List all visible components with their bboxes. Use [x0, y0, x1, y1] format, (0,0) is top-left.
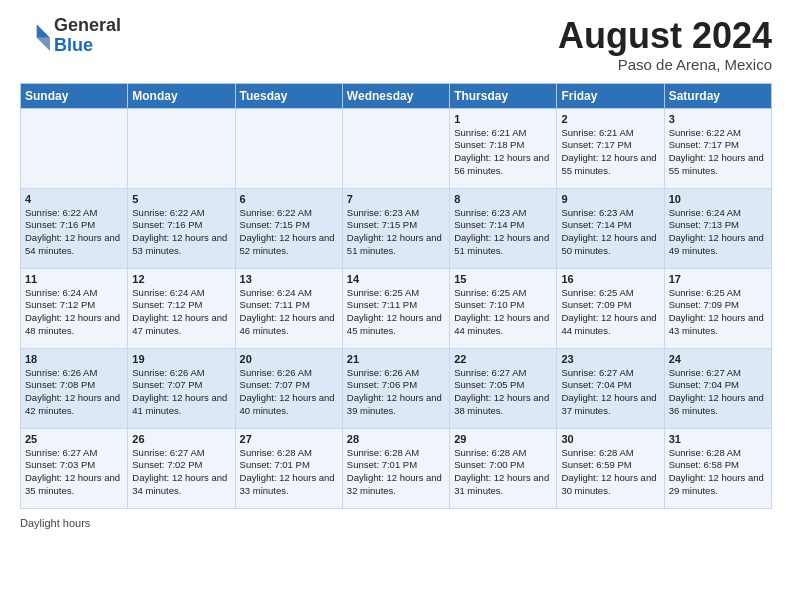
- calendar-cell: 14Sunrise: 6:25 AM Sunset: 7:11 PM Dayli…: [342, 268, 449, 348]
- calendar-cell: 7Sunrise: 6:23 AM Sunset: 7:15 PM Daylig…: [342, 188, 449, 268]
- calendar-cell: 2Sunrise: 6:21 AM Sunset: 7:17 PM Daylig…: [557, 108, 664, 188]
- calendar-cell: 28Sunrise: 6:28 AM Sunset: 7:01 PM Dayli…: [342, 428, 449, 508]
- day-info: Sunrise: 6:28 AM Sunset: 6:58 PM Dayligh…: [669, 447, 767, 498]
- day-number: 31: [669, 433, 767, 445]
- calendar-cell: 4Sunrise: 6:22 AM Sunset: 7:16 PM Daylig…: [21, 188, 128, 268]
- day-info: Sunrise: 6:25 AM Sunset: 7:09 PM Dayligh…: [669, 287, 767, 338]
- weekday-header: Monday: [128, 83, 235, 108]
- weekday-header: Sunday: [21, 83, 128, 108]
- calendar-cell: 12Sunrise: 6:24 AM Sunset: 7:12 PM Dayli…: [128, 268, 235, 348]
- day-info: Sunrise: 6:28 AM Sunset: 7:01 PM Dayligh…: [240, 447, 338, 498]
- calendar-cell: 18Sunrise: 6:26 AM Sunset: 7:08 PM Dayli…: [21, 348, 128, 428]
- calendar-cell: 23Sunrise: 6:27 AM Sunset: 7:04 PM Dayli…: [557, 348, 664, 428]
- day-info: Sunrise: 6:21 AM Sunset: 7:18 PM Dayligh…: [454, 127, 552, 178]
- day-info: Sunrise: 6:28 AM Sunset: 7:01 PM Dayligh…: [347, 447, 445, 498]
- calendar-week-row: 25Sunrise: 6:27 AM Sunset: 7:03 PM Dayli…: [21, 428, 772, 508]
- day-info: Sunrise: 6:27 AM Sunset: 7:02 PM Dayligh…: [132, 447, 230, 498]
- calendar-cell: 17Sunrise: 6:25 AM Sunset: 7:09 PM Dayli…: [664, 268, 771, 348]
- title-block: August 2024 Paso de Arena, Mexico: [558, 16, 772, 73]
- weekday-header: Saturday: [664, 83, 771, 108]
- calendar-cell: 6Sunrise: 6:22 AM Sunset: 7:15 PM Daylig…: [235, 188, 342, 268]
- day-info: Sunrise: 6:27 AM Sunset: 7:03 PM Dayligh…: [25, 447, 123, 498]
- day-info: Sunrise: 6:25 AM Sunset: 7:10 PM Dayligh…: [454, 287, 552, 338]
- calendar-week-row: 4Sunrise: 6:22 AM Sunset: 7:16 PM Daylig…: [21, 188, 772, 268]
- logo: General Blue: [20, 16, 121, 56]
- calendar-cell: 29Sunrise: 6:28 AM Sunset: 7:00 PM Dayli…: [450, 428, 557, 508]
- calendar-cell: [128, 108, 235, 188]
- generalblue-logo-icon: [20, 21, 50, 51]
- calendar-cell: 9Sunrise: 6:23 AM Sunset: 7:14 PM Daylig…: [557, 188, 664, 268]
- day-number: 25: [25, 433, 123, 445]
- day-number: 20: [240, 353, 338, 365]
- day-info: Sunrise: 6:24 AM Sunset: 7:13 PM Dayligh…: [669, 207, 767, 258]
- month-year: August 2024: [558, 16, 772, 56]
- day-number: 27: [240, 433, 338, 445]
- calendar-table: SundayMondayTuesdayWednesdayThursdayFrid…: [20, 83, 772, 509]
- logo-blue: Blue: [54, 35, 93, 55]
- day-number: 10: [669, 193, 767, 205]
- day-info: Sunrise: 6:22 AM Sunset: 7:16 PM Dayligh…: [132, 207, 230, 258]
- day-number: 18: [25, 353, 123, 365]
- day-number: 13: [240, 273, 338, 285]
- footer: Daylight hours: [20, 517, 772, 529]
- day-info: Sunrise: 6:25 AM Sunset: 7:09 PM Dayligh…: [561, 287, 659, 338]
- day-info: Sunrise: 6:23 AM Sunset: 7:14 PM Dayligh…: [454, 207, 552, 258]
- day-number: 6: [240, 193, 338, 205]
- day-info: Sunrise: 6:22 AM Sunset: 7:16 PM Dayligh…: [25, 207, 123, 258]
- day-number: 5: [132, 193, 230, 205]
- day-number: 15: [454, 273, 552, 285]
- weekday-header: Friday: [557, 83, 664, 108]
- day-info: Sunrise: 6:27 AM Sunset: 7:04 PM Dayligh…: [561, 367, 659, 418]
- day-number: 2: [561, 113, 659, 125]
- day-number: 17: [669, 273, 767, 285]
- calendar-cell: 5Sunrise: 6:22 AM Sunset: 7:16 PM Daylig…: [128, 188, 235, 268]
- day-number: 4: [25, 193, 123, 205]
- logo-text: General Blue: [54, 16, 121, 56]
- weekday-header: Tuesday: [235, 83, 342, 108]
- calendar-cell: 31Sunrise: 6:28 AM Sunset: 6:58 PM Dayli…: [664, 428, 771, 508]
- day-number: 30: [561, 433, 659, 445]
- day-number: 23: [561, 353, 659, 365]
- calendar-cell: 8Sunrise: 6:23 AM Sunset: 7:14 PM Daylig…: [450, 188, 557, 268]
- location: Paso de Arena, Mexico: [558, 56, 772, 73]
- day-info: Sunrise: 6:23 AM Sunset: 7:14 PM Dayligh…: [561, 207, 659, 258]
- day-info: Sunrise: 6:21 AM Sunset: 7:17 PM Dayligh…: [561, 127, 659, 178]
- calendar-week-row: 18Sunrise: 6:26 AM Sunset: 7:08 PM Dayli…: [21, 348, 772, 428]
- calendar-cell: 3Sunrise: 6:22 AM Sunset: 7:17 PM Daylig…: [664, 108, 771, 188]
- calendar-cell: [21, 108, 128, 188]
- header: General Blue August 2024 Paso de Arena, …: [20, 16, 772, 73]
- day-number: 12: [132, 273, 230, 285]
- logo-general: General: [54, 15, 121, 35]
- day-number: 1: [454, 113, 552, 125]
- day-number: 3: [669, 113, 767, 125]
- day-info: Sunrise: 6:26 AM Sunset: 7:07 PM Dayligh…: [132, 367, 230, 418]
- day-number: 26: [132, 433, 230, 445]
- day-info: Sunrise: 6:26 AM Sunset: 7:07 PM Dayligh…: [240, 367, 338, 418]
- calendar-cell: 13Sunrise: 6:24 AM Sunset: 7:11 PM Dayli…: [235, 268, 342, 348]
- day-info: Sunrise: 6:24 AM Sunset: 7:12 PM Dayligh…: [25, 287, 123, 338]
- day-number: 8: [454, 193, 552, 205]
- calendar-cell: 25Sunrise: 6:27 AM Sunset: 7:03 PM Dayli…: [21, 428, 128, 508]
- day-info: Sunrise: 6:28 AM Sunset: 7:00 PM Dayligh…: [454, 447, 552, 498]
- weekday-header: Wednesday: [342, 83, 449, 108]
- day-info: Sunrise: 6:28 AM Sunset: 6:59 PM Dayligh…: [561, 447, 659, 498]
- calendar-cell: 26Sunrise: 6:27 AM Sunset: 7:02 PM Dayli…: [128, 428, 235, 508]
- calendar-cell: 24Sunrise: 6:27 AM Sunset: 7:04 PM Dayli…: [664, 348, 771, 428]
- calendar-cell: 21Sunrise: 6:26 AM Sunset: 7:06 PM Dayli…: [342, 348, 449, 428]
- day-info: Sunrise: 6:26 AM Sunset: 7:06 PM Dayligh…: [347, 367, 445, 418]
- day-number: 9: [561, 193, 659, 205]
- day-info: Sunrise: 6:27 AM Sunset: 7:04 PM Dayligh…: [669, 367, 767, 418]
- calendar-cell: 22Sunrise: 6:27 AM Sunset: 7:05 PM Dayli…: [450, 348, 557, 428]
- day-info: Sunrise: 6:24 AM Sunset: 7:12 PM Dayligh…: [132, 287, 230, 338]
- calendar-cell: [342, 108, 449, 188]
- calendar-cell: 1Sunrise: 6:21 AM Sunset: 7:18 PM Daylig…: [450, 108, 557, 188]
- day-number: 24: [669, 353, 767, 365]
- calendar-cell: 27Sunrise: 6:28 AM Sunset: 7:01 PM Dayli…: [235, 428, 342, 508]
- day-info: Sunrise: 6:22 AM Sunset: 7:17 PM Dayligh…: [669, 127, 767, 178]
- page: General Blue August 2024 Paso de Arena, …: [0, 0, 792, 545]
- calendar-cell: 10Sunrise: 6:24 AM Sunset: 7:13 PM Dayli…: [664, 188, 771, 268]
- calendar-cell: [235, 108, 342, 188]
- day-info: Sunrise: 6:26 AM Sunset: 7:08 PM Dayligh…: [25, 367, 123, 418]
- calendar-cell: 19Sunrise: 6:26 AM Sunset: 7:07 PM Dayli…: [128, 348, 235, 428]
- calendar-cell: 30Sunrise: 6:28 AM Sunset: 6:59 PM Dayli…: [557, 428, 664, 508]
